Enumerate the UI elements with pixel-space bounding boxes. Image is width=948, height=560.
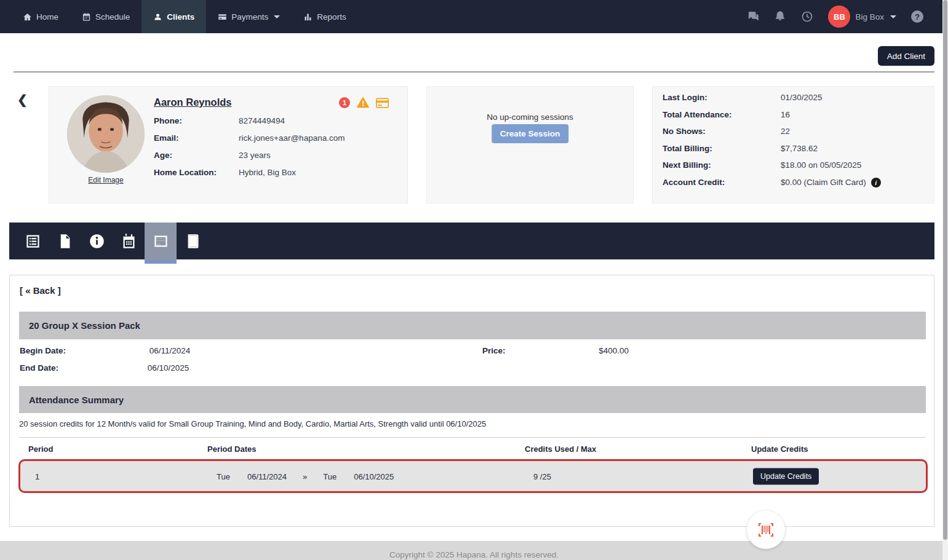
- tab-info[interactable]: [81, 223, 113, 259]
- client-stats-card: Last Login: 01/30/2025 Total Attendance:…: [652, 86, 934, 203]
- stat-value: $0.00 (Claim Gift Card) i: [781, 178, 881, 187]
- copyright-text: Copyright © 2025 Hapana. All rights rese…: [389, 550, 559, 559]
- row-period: 1: [35, 471, 39, 481]
- attendance-title: Attendance Summary: [29, 395, 124, 405]
- create-session-button[interactable]: Create Session: [492, 124, 569, 143]
- top-navbar: Home Schedule Clients Payments Reports B…: [0, 0, 948, 33]
- file-tab-icon: [57, 233, 73, 250]
- price-row: Price: $400.00: [482, 346, 629, 355]
- nav-label: Schedule: [95, 12, 130, 22]
- end-date-value: 06/10/2025: [148, 363, 189, 373]
- stat-value: 22: [781, 127, 881, 136]
- edit-image-link[interactable]: Edit Image: [88, 176, 123, 184]
- stat-label: Total Billing:: [663, 144, 781, 153]
- stat-label: Account Credit:: [663, 178, 781, 187]
- nav-label: Reports: [317, 12, 346, 22]
- start-date: 06/11/2024: [247, 471, 287, 481]
- client-detail-tabs: [9, 223, 934, 259]
- col-header-credits: Credits Used / Max: [525, 444, 596, 454]
- col-header-update: Update Credits: [751, 444, 808, 454]
- vertical-scrollbar[interactable]: [942, 0, 948, 560]
- calendar-tab-icon: [121, 233, 137, 250]
- nav-label: Clients: [167, 12, 194, 22]
- nav-item-home[interactable]: Home: [11, 0, 70, 33]
- nav-label: Payments: [231, 12, 268, 22]
- add-client-button[interactable]: Add Client: [878, 46, 934, 66]
- end-day: Tue: [323, 471, 337, 481]
- nav-label: Home: [36, 12, 58, 22]
- tab-billing[interactable]: [145, 223, 177, 259]
- stat-value: $7,738.62: [781, 144, 881, 153]
- chevron-down-icon: [274, 15, 280, 18]
- help-icon[interactable]: ?: [911, 10, 923, 23]
- end-date-row: End Date: 06/10/2025: [20, 363, 189, 373]
- header-divider: [14, 71, 934, 73]
- price-label: Price:: [482, 346, 506, 355]
- collapse-chevron-icon[interactable]: ❮: [17, 92, 28, 107]
- nav-item-clients[interactable]: Clients: [141, 0, 206, 33]
- session-pack-panel: [ « Back ] 20 Group X Session Pack Begin…: [9, 275, 934, 527]
- barcode-scan-icon: [757, 523, 775, 537]
- update-credits-button[interactable]: Update Credits: [753, 468, 819, 484]
- home-icon: [23, 12, 32, 22]
- nav-item-reports[interactable]: Reports: [292, 0, 357, 33]
- begin-date-label: Begin Date:: [20, 346, 66, 355]
- tab-list[interactable]: [17, 223, 49, 259]
- credit-card-tab-icon: [153, 233, 169, 250]
- field-value: 8274449494: [239, 116, 345, 125]
- scrollbar-thumb[interactable]: [943, 0, 947, 540]
- person-icon: [153, 12, 162, 22]
- client-name-link[interactable]: Aaron Reynolds: [154, 97, 232, 108]
- field-label: Age:: [154, 151, 239, 160]
- field-label: Home Location:: [154, 168, 239, 177]
- stat-label: Total Attendance:: [663, 110, 781, 119]
- date-separator: »: [303, 471, 307, 481]
- tab-calendar[interactable]: [113, 223, 145, 259]
- stat-value: 16: [781, 110, 881, 119]
- barcode-scan-fab[interactable]: [747, 511, 785, 549]
- account-menu[interactable]: BB Big Box: [828, 6, 896, 28]
- chat-icon[interactable]: [747, 10, 759, 23]
- field-value: 23 years: [239, 151, 345, 160]
- field-label: Email:: [154, 133, 239, 143]
- row-period-dates: Tue 06/11/2024 » Tue 06/10/2025: [217, 471, 394, 481]
- client-alerts: 1: [339, 97, 389, 108]
- tab-book[interactable]: [177, 223, 209, 259]
- back-link[interactable]: [ « Back ]: [20, 285, 61, 296]
- footer: Copyright © 2025 Hapana. All rights rese…: [0, 541, 948, 560]
- stat-value: $18.00 on 05/05/2025: [781, 160, 881, 170]
- stat-value: 01/30/2025: [781, 93, 881, 102]
- client-info-card: Edit Image Aaron Reynolds Phone: 8274449…: [49, 86, 408, 203]
- card-icon: [218, 12, 227, 22]
- nav-item-schedule[interactable]: Schedule: [70, 0, 141, 33]
- clock-icon[interactable]: [801, 10, 813, 23]
- nav-item-payments[interactable]: Payments: [206, 0, 292, 33]
- col-header-period: Period: [28, 444, 53, 454]
- stat-value-text: $0.00 (Claim Gift Card): [781, 178, 866, 187]
- no-sessions-text: No up-coming sessions: [427, 112, 633, 122]
- client-fields: Phone: 8274449494 Email: rick.jones+aar@…: [154, 116, 345, 177]
- stat-label: No Shows:: [663, 127, 781, 136]
- field-value: Hybrid, Big Box: [239, 168, 345, 177]
- end-date-label: End Date:: [20, 363, 58, 373]
- row-credits: 9 /25: [533, 471, 551, 481]
- billing-card-icon[interactable]: [376, 98, 389, 108]
- bar-chart-icon: [303, 12, 313, 22]
- client-stats: Last Login: 01/30/2025 Total Attendance:…: [663, 93, 881, 187]
- alert-badge[interactable]: 1: [339, 97, 350, 108]
- calendar-icon: [82, 12, 91, 22]
- table-row[interactable]: 1 Tue 06/11/2024 » Tue 06/10/2025 9 /25 …: [18, 459, 928, 493]
- avatar: BB: [828, 6, 850, 28]
- account-name: Big Box: [855, 12, 884, 22]
- warning-triangle-icon[interactable]: [357, 97, 369, 108]
- begin-date-value: 06/11/2024: [149, 346, 191, 355]
- info-icon[interactable]: i: [871, 178, 881, 187]
- tab-file[interactable]: [49, 223, 81, 259]
- credits-summary-text: 20 session credits for 12 Month/s valid …: [19, 419, 486, 428]
- book-tab-icon: [185, 233, 201, 250]
- pack-title: 20 Group X Session Pack: [29, 320, 140, 331]
- upcoming-sessions-card: No up-coming sessions Create Session: [426, 86, 634, 203]
- stat-label: Last Login:: [663, 93, 781, 102]
- bell-icon[interactable]: [774, 10, 786, 23]
- field-value: rick.jones+aar@hapana.com: [239, 133, 345, 143]
